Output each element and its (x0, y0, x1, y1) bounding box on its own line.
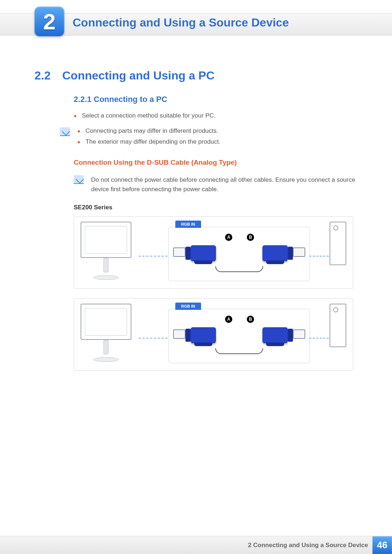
port-label: RGB IN (175, 303, 201, 310)
port-slot-icon (173, 329, 185, 339)
page-number: 46 (372, 536, 392, 554)
port-slot-icon (173, 247, 185, 257)
port-label: RGB IN (175, 221, 201, 228)
section-title: Connecting and Using a PC (62, 69, 215, 82)
warning-text: Do not connect the power cable before co… (91, 175, 358, 194)
note-item: ● The exterior may differ depending on t… (77, 138, 358, 145)
badge-a: A (225, 316, 232, 323)
note-item: ● Connecting parts may differ in differe… (77, 127, 358, 135)
port-slot-icon (293, 329, 305, 339)
series-label: SE200 Series (74, 204, 358, 211)
connection-diagram: RGB IN A B (74, 298, 353, 371)
badge-b: B (247, 316, 254, 323)
cable-panel: RGB IN A B (168, 309, 310, 363)
intro-bullet: ● Select a connection method suitable fo… (74, 112, 358, 119)
page-body: 2.2 Connecting and Using a PC 2.2.1 Conn… (34, 69, 358, 371)
note-text: The exterior may differ depending on the… (85, 138, 220, 145)
note-icon (74, 175, 84, 184)
cable-line-icon (215, 348, 263, 354)
monitor-rear-icon (81, 304, 139, 365)
dashed-line-icon (309, 338, 329, 338)
section-number: 2.2 (34, 69, 50, 82)
cable-line-icon (215, 266, 263, 272)
dashed-line-icon (139, 256, 171, 257)
dsub-connector-icon (191, 327, 216, 343)
footer-chapter-ref: 2 Connecting and Using a Source Device (248, 542, 368, 549)
chapter-number-badge: 2 (34, 7, 64, 36)
intro-bullet-text: Select a connection method suitable for … (82, 112, 216, 119)
bullet-icon: ● (74, 112, 77, 119)
chapter-number: 2 (43, 9, 56, 34)
cable-panel: RGB IN A B (168, 227, 310, 281)
diagram-stack: RGB IN A B RGB IN A (74, 216, 358, 371)
dsub-connector-icon (191, 245, 216, 261)
dsub-heading: Connection Using the D-SUB Cable (Analog… (74, 159, 358, 167)
dashed-line-icon (139, 338, 171, 338)
bullet-icon: ● (77, 127, 80, 135)
note-block-warning: Do not connect the power cable before co… (74, 175, 358, 194)
section-heading: 2.2 Connecting and Using a PC (34, 69, 358, 82)
connection-diagram: RGB IN A B (74, 216, 353, 289)
note-icon (60, 127, 70, 136)
page-footer: 2 Connecting and Using a Source Device 4… (0, 536, 392, 554)
note-text: Connecting parts may differ in different… (85, 127, 218, 135)
badge-b: B (247, 234, 254, 241)
port-slot-icon (293, 247, 305, 257)
note-list: ● Connecting parts may differ in differe… (77, 127, 358, 149)
pc-tower-icon (330, 222, 346, 265)
chapter-title: Connecting and Using a Source Device (73, 16, 289, 29)
subsection-heading: 2.2.1 Connecting to a PC (74, 95, 358, 104)
dashed-line-icon (309, 256, 329, 257)
monitor-rear-icon (81, 222, 139, 283)
dsub-connector-icon (262, 327, 288, 343)
bullet-icon: ● (77, 138, 80, 145)
pc-tower-icon (330, 304, 346, 347)
note-block-intro: ● Connecting parts may differ in differe… (60, 127, 358, 149)
dsub-connector-icon (262, 245, 288, 261)
badge-a: A (225, 234, 232, 241)
